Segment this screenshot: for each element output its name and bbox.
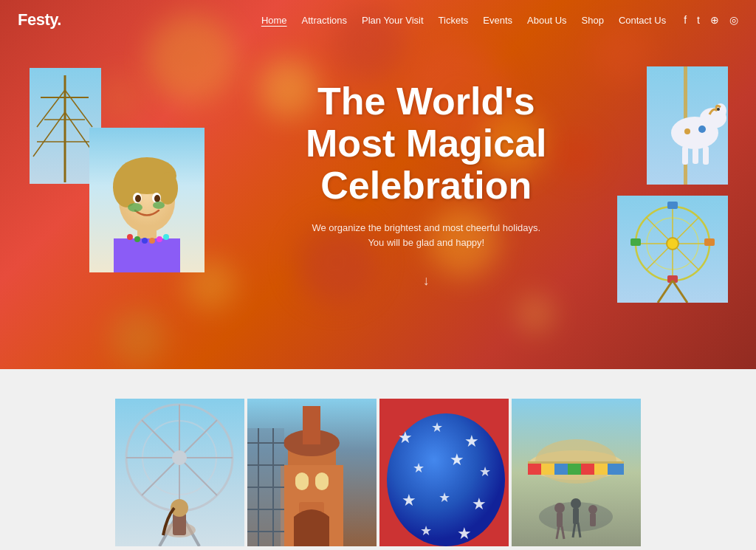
hero-title: The World'sMost MagicalCelebration [306, 80, 547, 207]
svg-point-110 [571, 498, 581, 509]
svg-point-38 [684, 128, 690, 134]
nav-about-us[interactable]: About Us [527, 15, 566, 26]
child-photo [89, 128, 205, 272]
gallery-item-2[interactable] [247, 399, 377, 546]
svg-rect-104 [581, 464, 594, 475]
svg-rect-109 [557, 512, 563, 527]
gallery-item-4[interactable] [512, 399, 641, 546]
svg-point-112 [588, 505, 597, 514]
hero-section: Festy. Home Attractions Plan Your Visit … [0, 0, 756, 369]
svg-rect-101 [541, 464, 554, 475]
svg-text:★: ★ [472, 495, 487, 513]
svg-point-37 [698, 126, 706, 133]
ferris-wheel-photo [617, 196, 728, 303]
svg-rect-106 [608, 464, 624, 475]
svg-point-23 [127, 234, 133, 240]
svg-rect-73 [315, 472, 329, 490]
carousel-horse-photo [647, 66, 728, 185]
instagram-icon[interactable]: ◎ [729, 14, 738, 26]
svg-rect-102 [554, 464, 568, 475]
svg-text:★: ★ [457, 524, 472, 543]
gallery-section: ★ ★ ★ ★ ★ ★ ★ ★ ★ ★ ★ [0, 369, 756, 550]
gallery-item-3[interactable]: ★ ★ ★ ★ ★ ★ ★ ★ ★ ★ ★ [379, 399, 509, 546]
svg-rect-71 [303, 406, 320, 444]
svg-rect-113 [590, 513, 596, 526]
svg-rect-35 [693, 148, 698, 164]
svg-point-108 [554, 503, 565, 513]
svg-text:★: ★ [398, 428, 413, 447]
social-icons: f t ⊕ ◎ [684, 14, 738, 26]
nav-home[interactable]: Home [261, 15, 287, 26]
gallery-item-1[interactable] [115, 399, 244, 546]
svg-text:★: ★ [464, 432, 479, 450]
svg-point-26 [149, 238, 155, 244]
svg-text:★: ★ [479, 464, 491, 479]
svg-text:★: ★ [420, 523, 432, 538]
nav-tickets[interactable]: Tickets [439, 15, 469, 26]
facebook-icon[interactable]: f [684, 14, 687, 26]
nav-events[interactable]: Events [483, 15, 512, 26]
svg-rect-103 [568, 464, 581, 475]
site-logo[interactable]: Festy. [18, 10, 61, 30]
svg-text:★: ★ [439, 490, 450, 505]
site-header: Festy. Home Attractions Plan Your Visit … [0, 0, 756, 40]
scroll-down-arrow[interactable]: ↓ [306, 273, 547, 289]
svg-rect-105 [594, 464, 608, 475]
nav-attractions[interactable]: Attractions [302, 15, 347, 26]
svg-point-19 [135, 195, 141, 202]
svg-rect-111 [573, 508, 579, 524]
svg-point-28 [163, 234, 169, 240]
svg-point-20 [154, 195, 160, 202]
svg-point-21 [128, 203, 142, 212]
svg-point-47 [667, 238, 678, 250]
svg-rect-100 [528, 464, 541, 475]
svg-point-25 [142, 238, 148, 244]
svg-rect-11 [114, 238, 180, 272]
pinterest-icon[interactable]: ⊕ [710, 14, 719, 26]
svg-text:★: ★ [413, 461, 425, 475]
svg-point-22 [153, 202, 165, 209]
svg-text:★: ★ [450, 450, 464, 469]
nav-shop[interactable]: Shop [582, 15, 604, 26]
nav-contact-us[interactable]: Contact Us [619, 15, 666, 26]
main-nav: Home Attractions Plan Your Visit Tickets… [261, 15, 666, 26]
svg-point-27 [157, 236, 162, 242]
svg-point-61 [172, 450, 187, 465]
hero-subtitle: We organize the brightest and most cheer… [306, 220, 547, 251]
svg-point-24 [134, 236, 140, 242]
svg-point-39 [717, 108, 720, 111]
svg-text:★: ★ [402, 491, 416, 509]
twitter-icon[interactable]: t [697, 14, 700, 26]
svg-rect-36 [703, 146, 709, 165]
svg-rect-34 [682, 146, 688, 165]
nav-plan-your-visit[interactable]: Plan Your Visit [362, 15, 424, 26]
svg-rect-48 [667, 202, 678, 209]
svg-rect-51 [704, 238, 715, 246]
svg-rect-72 [295, 472, 309, 490]
hero-content: The World'sMost MagicalCelebration We or… [306, 80, 547, 289]
svg-rect-50 [630, 238, 641, 246]
svg-text:★: ★ [431, 420, 443, 435]
